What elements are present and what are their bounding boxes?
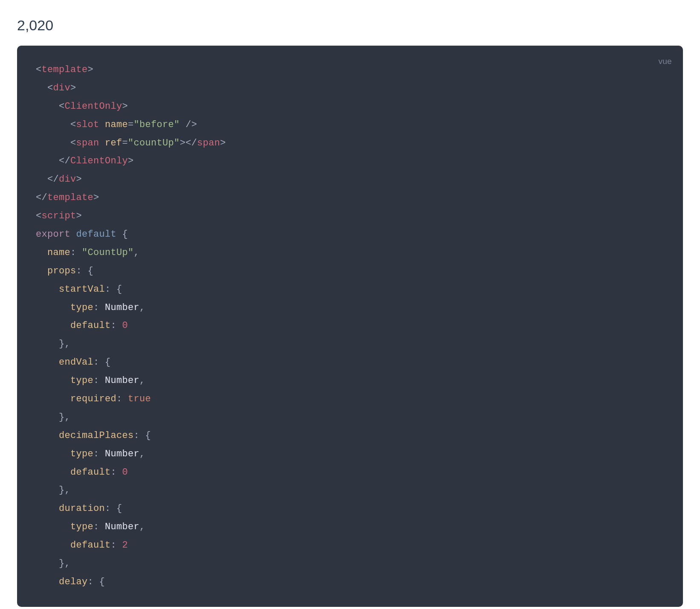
code-line: duration: { [36, 500, 664, 518]
language-label: vue [658, 53, 672, 69]
code-block: vue <template> <div> <ClientOnly> <slot … [17, 46, 683, 607]
code-line: props: { [36, 262, 664, 281]
count-value: 2,020 [17, 17, 683, 34]
code-line: endVal: { [36, 354, 664, 372]
code-line: </template> [36, 189, 664, 207]
code-line: default: 0 [36, 317, 664, 335]
code-line: </div> [36, 171, 664, 189]
code-line: name: "CountUp", [36, 244, 664, 262]
code-line: type: Number, [36, 445, 664, 464]
code-line: type: Number, [36, 518, 664, 536]
code-line: }, [36, 481, 664, 500]
code-line: default: 0 [36, 464, 664, 482]
code-line: type: Number, [36, 372, 664, 390]
code-line: <script> [36, 207, 664, 226]
code-line: </ClientOnly> [36, 152, 664, 171]
code-line: <slot name="before" /> [36, 116, 664, 134]
code-line: <ClientOnly> [36, 98, 664, 116]
code-line: startVal: { [36, 281, 664, 299]
code-line: }, [36, 335, 664, 354]
code-line: required: true [36, 390, 664, 409]
code-line: decimalPlaces: { [36, 427, 664, 445]
code-line: type: Number, [36, 299, 664, 317]
code-line: default: 2 [36, 536, 664, 555]
code-line: delay: { [36, 573, 664, 592]
code-line: export default { [36, 226, 664, 244]
code-line: }, [36, 409, 664, 427]
code-content: <template> <div> <ClientOnly> <slot name… [36, 61, 664, 592]
code-line: <div> [36, 79, 664, 98]
code-line: }, [36, 555, 664, 573]
code-line: <span ref="countUp"></span> [36, 134, 664, 153]
code-line: <template> [36, 61, 664, 79]
